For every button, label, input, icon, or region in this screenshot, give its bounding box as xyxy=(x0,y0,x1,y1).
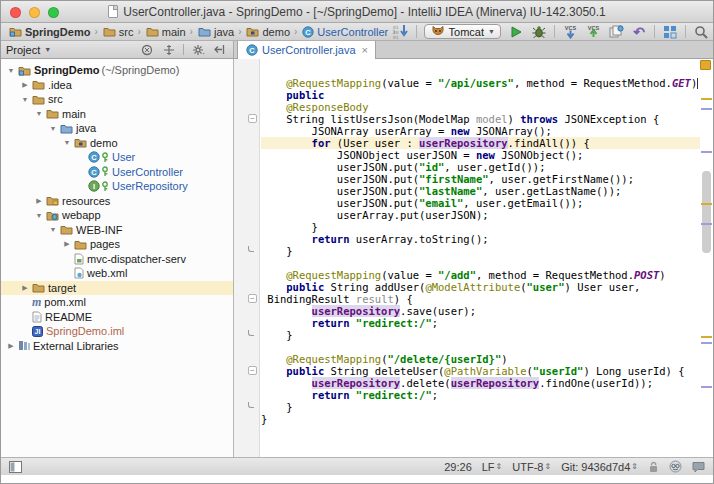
tree-item-pages[interactable]: ▶pages xyxy=(1,237,233,252)
tree-item-readme[interactable]: README xyxy=(1,310,233,325)
code-line-9[interactable]: userJSON.put("firstName", user.getFirstN… xyxy=(261,173,700,185)
fold-end-icon[interactable] xyxy=(248,246,254,252)
code-line-21[interactable]: return "redirect:/"; xyxy=(261,317,700,329)
project-structure-icon[interactable] xyxy=(662,24,678,40)
tree-item-springdemo[interactable]: ▼SpringDemo (~/SpringDemo) xyxy=(1,63,233,78)
code-line-27[interactable]: return "redirect:/"; xyxy=(261,389,700,401)
tree-item-web-inf[interactable]: ▼WEB-INF xyxy=(1,223,233,238)
breadcrumb-item-java[interactable]: java xyxy=(195,26,236,38)
encoding-selector[interactable]: UTF-8⇕ xyxy=(512,461,551,473)
info-stripe-mark[interactable] xyxy=(701,223,712,225)
code-line-16[interactable] xyxy=(261,257,700,269)
code-line-26[interactable]: userRepository.delete(userRepository.fin… xyxy=(261,377,700,389)
caret-position[interactable]: 29:26 xyxy=(444,461,472,473)
close-tab-icon[interactable]: × xyxy=(362,45,368,55)
code-line-6[interactable]: for (User user : userRepository.findAll(… xyxy=(261,137,713,149)
show-changes-icon[interactable] xyxy=(608,24,624,40)
info-stripe-mark[interactable] xyxy=(701,108,712,110)
code-line-10[interactable]: userJSON.put("lastName", user.getLastNam… xyxy=(261,185,700,197)
chevron-expanded-icon[interactable]: ▼ xyxy=(19,96,31,103)
code-line-7[interactable]: JSONObject userJSON = new JSONObject(); xyxy=(261,149,700,161)
run-config-selector[interactable]: Tomcat▼ xyxy=(424,24,501,39)
code-line-25[interactable]: public String deleteUser(@PathVariable("… xyxy=(261,365,700,377)
notifications-icon[interactable] xyxy=(692,461,705,473)
code-line-29[interactable]: } xyxy=(261,413,700,425)
info-stripe-mark[interactable] xyxy=(701,342,712,344)
editor-scrollbar-thumb[interactable] xyxy=(702,171,711,253)
collapse-all-icon[interactable] xyxy=(161,42,177,58)
code-line-20[interactable]: userRepository.save(user); xyxy=(261,305,700,317)
code-line-11[interactable]: userJSON.put("email", user.getEmail()); xyxy=(261,197,700,209)
chevron-expanded-icon[interactable]: ▼ xyxy=(5,67,17,74)
info-stripe-mark[interactable] xyxy=(701,386,712,388)
tree-item-user[interactable]: CUser xyxy=(1,150,233,165)
tab-usercontroller-java[interactable]: C UserController.java × xyxy=(237,41,376,59)
debug-icon[interactable] xyxy=(531,24,547,40)
fold-end-icon[interactable] xyxy=(248,330,254,336)
tree-item-src[interactable]: ▼src xyxy=(1,92,233,107)
tree-item-webapp[interactable]: ▼webapp xyxy=(1,208,233,223)
code-line-14[interactable]: return userArray.toString(); xyxy=(261,233,700,245)
chevron-collapsed-icon[interactable]: ▶ xyxy=(5,342,17,350)
code-line-2[interactable]: public xyxy=(261,89,700,101)
warnings-indicator[interactable] xyxy=(700,60,711,70)
settings-icon[interactable] xyxy=(190,42,206,58)
breadcrumb-item-usercontroller[interactable]: CUserController xyxy=(299,26,390,38)
tree-item-target[interactable]: ▶target xyxy=(1,281,233,296)
vcs-update-icon[interactable]: VCS xyxy=(562,24,578,40)
lock-icon[interactable] xyxy=(648,461,659,473)
tree-item-external-libraries[interactable]: ▶External Libraries xyxy=(1,339,233,354)
chevron-expanded-icon[interactable]: ▼ xyxy=(47,125,59,132)
tree-item-springdemo-iml[interactable]: JISpringDemo.iml xyxy=(1,324,233,339)
code-line-4[interactable]: String listUsersJson(ModelMap model) thr… xyxy=(261,113,700,125)
tree-item-main[interactable]: ▼main xyxy=(1,107,233,122)
tree-item--idea[interactable]: ▶.idea xyxy=(1,78,233,93)
git-branch-selector[interactable]: Git: 9436d7d4⇕ xyxy=(561,461,638,473)
tree-item-resources[interactable]: ▶resources xyxy=(1,194,233,209)
fold-collapse-icon[interactable]: − xyxy=(248,366,257,375)
chevron-expanded-icon[interactable]: ▼ xyxy=(33,110,45,117)
breadcrumb-item-springdemo[interactable]: SpringDemo xyxy=(6,26,92,38)
code-line-17[interactable]: @RequestMapping(value = "/add", method =… xyxy=(261,269,700,281)
breadcrumb-item-demo[interactable]: demo xyxy=(243,26,292,38)
scroll-from-source-icon[interactable] xyxy=(139,42,155,58)
tree-item-userrepository[interactable]: IUserRepository xyxy=(1,179,233,194)
chevron-collapsed-icon[interactable]: ▶ xyxy=(33,197,45,205)
code-line-18[interactable]: public String addUser(@ModelAttribute("u… xyxy=(261,281,700,293)
code-line-19[interactable]: BindingResult result) { xyxy=(261,293,700,305)
chevron-expanded-icon[interactable]: ▼ xyxy=(47,226,59,233)
code-line-8[interactable]: userJSON.put("id", user.getId()); xyxy=(261,161,700,173)
breadcrumb-item-main[interactable]: main xyxy=(143,26,188,38)
tree-item-usercontroller[interactable]: CUserController xyxy=(1,165,233,180)
chevron-collapsed-icon[interactable]: ▶ xyxy=(19,284,31,292)
code-line-15[interactable]: } xyxy=(261,245,700,257)
tree-item-mvc-dispatcher-serv[interactable]: mvc-dispatcher-serv xyxy=(1,252,233,267)
code-line-1[interactable]: @RequestMapping(value = "/api/users", me… xyxy=(261,77,700,89)
hide-panel-icon[interactable] xyxy=(212,42,228,58)
close-window-button[interactable] xyxy=(10,7,21,18)
tree-item-java[interactable]: ▼java xyxy=(1,121,233,136)
code-line-5[interactable]: JSONArray userArray = new JSONArray(); xyxy=(261,125,700,137)
code-line-13[interactable]: } xyxy=(261,221,700,233)
chevron-collapsed-icon[interactable]: ▶ xyxy=(61,240,73,248)
code-editor[interactable]: −−− @RequestMapping(value = "/api/users"… xyxy=(234,59,713,457)
warning-stripe-mark[interactable] xyxy=(701,203,712,205)
chevron-down-icon[interactable]: ▼ xyxy=(44,46,51,53)
fold-collapse-icon[interactable]: − xyxy=(248,114,257,123)
zoom-window-button[interactable] xyxy=(48,7,59,18)
breadcrumb-item-src[interactable]: src xyxy=(100,26,136,38)
info-stripe-mark[interactable] xyxy=(701,151,712,153)
chevron-expanded-icon[interactable]: ▼ xyxy=(33,212,45,219)
fold-collapse-icon[interactable]: − xyxy=(248,294,257,303)
make-project-icon[interactable]: 011001 xyxy=(393,24,409,40)
tree-item-demo[interactable]: ▼demo xyxy=(1,136,233,151)
code-line-28[interactable]: } xyxy=(261,401,700,413)
vcs-commit-icon[interactable]: VCS xyxy=(585,24,601,40)
warning-stripe-mark[interactable] xyxy=(701,98,712,100)
chevron-expanded-icon[interactable]: ▼ xyxy=(61,139,73,146)
minimize-window-button[interactable] xyxy=(29,7,40,18)
code-line-12[interactable]: userArray.put(userJSON); xyxy=(261,209,700,221)
tree-item-web-xml[interactable]: web.xml xyxy=(1,266,233,281)
code-line-3[interactable]: @ResponseBody xyxy=(261,101,700,113)
warning-stripe-mark[interactable] xyxy=(701,336,712,338)
